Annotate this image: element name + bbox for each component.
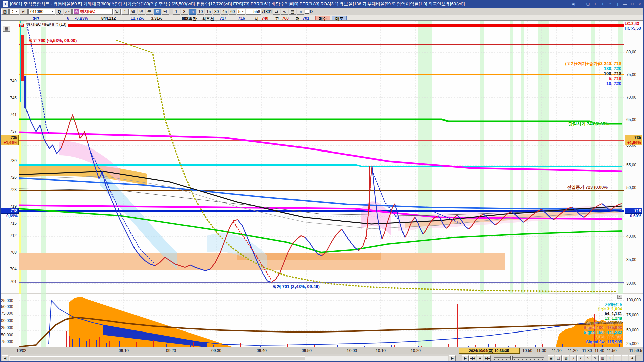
stock-code-input[interactable] [30,9,50,14]
chart-window-icon[interactable]: ▧ [1,9,9,15]
interval-button-45[interactable]: 45 [221,9,228,15]
d-checkbox-label: D [310,9,313,14]
save-icon[interactable]: ▤ [289,9,296,15]
stop-button[interactable]: ■ [477,355,483,361]
price-tick-label: 80,00 [626,50,636,54]
price-tick-label: 715 [10,221,17,226]
time-tick-label: 10:10 [376,348,386,353]
trend-up-icon[interactable]: ⊼ [570,355,577,361]
pin-icon[interactable]: ⊺ [592,1,598,7]
bar-total-label: /1801 [262,9,272,14]
period-button-년[interactable]: 년 [138,9,145,15]
bar-index-field[interactable]: 558 [246,9,261,15]
interval-buttons: 1351015304560 [173,9,236,15]
d-checkbox[interactable] [305,10,309,14]
scroll-right-button[interactable]: ▶ [449,355,456,361]
chevron-down-icon: ▼ [15,10,18,13]
grid-icon[interactable]: ▦ [599,355,606,361]
volume-tick-label: 75,000 [626,313,639,317]
period-button-초[interactable]: 초 [154,9,161,15]
font-icon[interactable]: T [600,1,606,7]
close-icon[interactable]: × [637,1,643,7]
trend-down-icon[interactable]: ⊻ [577,355,584,361]
sell-button[interactable]: 매도 [332,16,347,20]
period-button-분[interactable]: 분 [146,9,153,15]
volume-tick-label: 100,000 [626,298,641,302]
best-ask: 717 [220,16,226,21]
chart-area-icon[interactable]: ▨ [562,355,569,361]
stock-chart-window: 1 [0601] 주식종합차트 - 유통비율[69.5] 거래대금[608(백만… [0,0,644,362]
window-cascade-icon[interactable]: ▣ [548,355,554,361]
period-button-일[interactable]: 일 [113,9,121,15]
interval-button-5[interactable]: 5 [189,9,196,15]
price-badge-right: 718 -0,69% [625,208,642,218]
volume-tick-label: 25,000 [1,325,13,330]
close-icon[interactable]: × [617,295,622,299]
best-bid: 716 [238,16,245,21]
line-type-icon[interactable]: ∿ [281,9,288,15]
bar-count-combo[interactable]: 5▼ [237,9,246,15]
bottom-toolbar: ◀ ▶ ▶◀◀■▶▶ ▣▤▨⊼⊻∿✎▦Q − + A [1,354,644,362]
unit-combo[interactable]: 주▼ [9,9,19,15]
settings-icon[interactable]: ☼ [297,9,304,15]
interval-button-1[interactable]: 1 [173,9,180,15]
zoom-out-button[interactable]: − [614,355,621,361]
stock-name: 형지I&C [80,9,95,14]
rewind-button[interactable]: ◀◀ [469,355,476,361]
cursor-date-box: 2024/10/04(금) 10:36:35 [459,348,520,354]
interval-button-15[interactable]: 15 [205,9,212,15]
price-change: 6 [67,16,69,21]
high-annotation: 최고 760 (-5,53%, 09:00) [28,38,77,44]
buy-button[interactable]: 매수 [315,16,330,20]
replay-speed-slider[interactable] [494,356,544,361]
interval-button-30[interactable]: 30 [213,9,220,15]
period-button-틱[interactable]: 틱 [162,9,169,15]
volume-legend: 거래량: 6단순 3: 1,09454: 1,13113: 1,248Signa… [497,302,622,344]
interval-button-10[interactable]: 10 [197,9,204,15]
popup-window-icon[interactable]: ❏ [585,1,591,7]
interval-button-3[interactable]: 3 [181,9,188,15]
zoom-in-button[interactable]: + [622,355,628,361]
zoom-icon[interactable]: Q [607,355,613,361]
indicator-handle-icon[interactable] [20,23,23,26]
order-overlay-icon[interactable]: ⇄ [273,9,280,15]
capture-icon[interactable]: ▣ [570,1,576,7]
price-tick-label: 30,00 [626,281,636,286]
price-tick-label: 745 [10,96,17,100]
price-tick-label: 749 [10,79,17,83]
price-tick-label: 70,00 [626,95,636,100]
wave-icon[interactable]: ∿ [585,355,591,361]
prev-close-badge-left: 735 +1,66% [1,135,19,145]
time-tick-label: 10:50 [522,348,532,353]
volume-tick-label: 50,000 [1,333,13,337]
help-icon[interactable]: ? [607,1,613,7]
lower-window-icon[interactable]: ▁ [578,1,584,7]
grid-toggle-button[interactable]: ▦ [3,25,10,32]
period-button-월[interactable]: 월 [129,9,137,15]
volume-tick-label: 75,000 [1,339,13,344]
app-icon: 1 [3,1,8,7]
volume-legend-line: 거래량: 6 [497,302,622,307]
period-button-주[interactable]: 주 [121,9,129,15]
prev-stock-button[interactable]: 전 [20,9,28,15]
scroll-left-button[interactable]: ◀ [2,355,8,361]
minimize-icon[interactable]: — [622,1,628,7]
scrollbar-thumb[interactable] [10,356,305,360]
font-size-button[interactable]: A [629,355,636,361]
play-button[interactable]: ▶ [462,355,469,361]
forward-button[interactable]: ▶▶ [484,355,491,361]
maximize-icon[interactable]: □ [629,1,635,7]
stock-name-field[interactable]: 증 형지I&C [72,9,113,15]
indicator-label[interactable]: 형지I&C 매물대 수(13) [24,22,68,27]
sound-icon[interactable]: ♪▼ [64,9,72,15]
interval-button-60[interactable]: 60 [229,9,236,15]
price-tick-label: 741 [10,112,17,117]
chart-scrollbar[interactable] [9,356,448,361]
stock-code-field[interactable]: ▼ [28,9,55,15]
slider-thumb[interactable] [510,356,513,360]
window-tile-icon[interactable]: ▤ [555,355,562,361]
draw-icon[interactable]: ✎ [592,355,599,361]
price-tick-label: 65,00 [626,117,636,122]
search-icon[interactable]: Q [56,9,63,15]
ma-legend-line: 100: 718 [470,71,621,76]
